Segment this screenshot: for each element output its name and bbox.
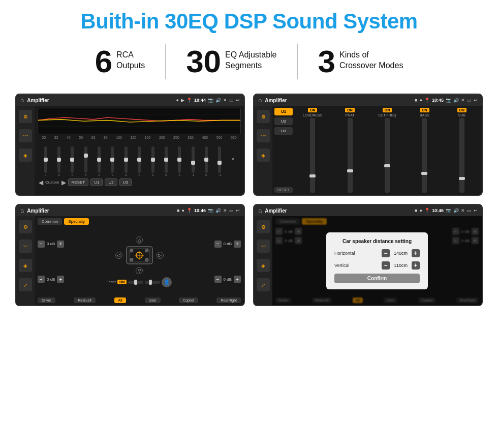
eq-bottom-controls: ◀ Custom ▶ RESET U1 U2 U3	[38, 176, 241, 187]
dot-icon: ●	[176, 98, 179, 103]
dialog-title: Car speaker distance setting	[334, 238, 420, 244]
loudness-label: LOUDNESS	[303, 113, 323, 117]
expand-btn-4[interactable]: ⤢	[257, 278, 270, 291]
u3-preset-btn[interactable]: U3	[274, 127, 293, 135]
u2-btn[interactable]: U2	[105, 178, 117, 186]
db3-minus[interactable]: −	[214, 241, 222, 248]
speaker-btn-4[interactable]: ◈	[257, 259, 270, 272]
horizontal-minus-btn[interactable]: −	[382, 249, 390, 257]
wave-btn-4[interactable]: 〰	[257, 240, 270, 253]
speaker-btn-3[interactable]: ◈	[19, 259, 32, 272]
close-icon: ✕	[223, 98, 227, 103]
loudness-slider[interactable]	[310, 118, 315, 193]
dot-icon-3: ●	[420, 98, 422, 103]
dialog-overlay: Car speaker distance setting Horizontal …	[272, 216, 482, 305]
driver-btn[interactable]: Driver	[38, 297, 55, 303]
stat-crossover-label2: Crossover Modes	[339, 61, 403, 71]
up-arrow[interactable]: △	[136, 236, 143, 244]
vertical-minus-btn[interactable]: −	[382, 261, 390, 270]
screen1-status-icons: ● ▶ 📍 10:44 📷 🔊 ✕ ▭ ↩	[176, 98, 240, 103]
specialty-tab[interactable]: Specialty	[64, 218, 88, 225]
screen2-time: 10:45	[432, 98, 444, 103]
db3-plus[interactable]: +	[234, 241, 241, 248]
loudness-on[interactable]: ON	[308, 108, 318, 112]
dot-icon-4: ■	[177, 208, 179, 213]
filter-btn-4[interactable]: ⚙	[257, 220, 270, 233]
db4-plus[interactable]: +	[234, 276, 241, 283]
cutfreq-col: ON CUT FREQ	[369, 108, 405, 193]
fader-on-badge[interactable]: ON	[117, 280, 127, 284]
screen1-title: Amplifier	[27, 98, 173, 103]
home-icon-2[interactable]: ⌂	[258, 97, 262, 104]
eq-slider-1: 0	[44, 146, 47, 176]
dot-icon-6: ■	[415, 208, 417, 213]
stat-rca-number: 6	[95, 46, 112, 77]
bass-on[interactable]: ON	[420, 108, 429, 112]
wave-btn-3[interactable]: 〰	[19, 240, 32, 253]
home-icon-4[interactable]: ⌂	[258, 207, 262, 214]
db4-minus[interactable]: −	[214, 276, 222, 283]
close-icon-4: ✕	[461, 208, 465, 213]
screen4-main-area: Common Specialty − 0 dB + − 0 dB + −	[272, 216, 482, 305]
amp2-main-area: U1 U2 U3 RESET ON LOUDNESS	[272, 106, 482, 195]
horizontal-plus-btn[interactable]: +	[412, 249, 420, 257]
db1-plus[interactable]: +	[57, 241, 64, 248]
rearright-btn[interactable]: RearRight	[216, 297, 241, 303]
filter-btn-2[interactable]: ⚙	[257, 110, 270, 123]
eq-speaker-btn[interactable]: ◈	[19, 148, 32, 162]
reset-btn[interactable]: RESET	[68, 178, 89, 186]
db2-minus[interactable]: −	[38, 276, 45, 283]
all-btn[interactable]: All	[114, 297, 127, 303]
screen3-status-icons: ■ ● 📍 10:46 📷 🔊 ✕ ▭ ↩	[177, 208, 240, 213]
vertical-plus-btn[interactable]: +	[412, 261, 420, 270]
fader-main-area: Common Specialty − 0 dB + − 0 dB	[35, 216, 244, 305]
screen-amp2: ⌂ Amplifier ■ ● 📍 10:45 📷 🔊 ✕ ▭ ↩ ⚙ 〰 ◈	[253, 94, 483, 196]
minimize-icon-3: ▭	[229, 208, 234, 213]
svg-point-11	[130, 258, 133, 261]
expand-btn-3[interactable]: ⤢	[19, 278, 32, 291]
location-icon-4: 📍	[424, 208, 430, 213]
prev-btn[interactable]: ◀	[39, 179, 43, 186]
eq-wave-btn[interactable]: 〰	[19, 129, 32, 142]
common-tab[interactable]: Common	[38, 218, 62, 225]
phat-on[interactable]: ON	[345, 108, 355, 112]
screen2-title: Amplifier	[265, 98, 412, 103]
sub-slider[interactable]	[459, 118, 464, 193]
user-btn[interactable]: User	[145, 297, 161, 303]
right-arrow[interactable]: ▷	[157, 252, 164, 259]
u1-preset-btn[interactable]: U1	[274, 108, 293, 115]
amp2-reset-btn[interactable]: RESET	[274, 187, 293, 193]
next-btn[interactable]: ▶	[61, 179, 66, 186]
eq-freq-labels: 25 32 40 50 63 80 100 125 160 200 250 32…	[38, 136, 241, 139]
sub-on[interactable]: ON	[457, 108, 467, 112]
u1-btn[interactable]: U1	[90, 178, 103, 186]
confirm-button[interactable]: Confirm	[334, 274, 420, 283]
home-icon[interactable]: ⌂	[20, 97, 24, 104]
rearleft-btn[interactable]: RearLeft	[74, 297, 96, 303]
screen3-title: Amplifier	[27, 208, 174, 214]
bass-slider[interactable]	[422, 118, 427, 193]
loudness-col: ON LOUDNESS	[295, 108, 330, 193]
filter-btn-3[interactable]: ⚙	[19, 220, 32, 233]
copilot-btn[interactable]: Copilot	[179, 297, 198, 303]
cutfreq-slider[interactable]	[385, 118, 390, 193]
left-arrow[interactable]: ◁	[115, 252, 122, 259]
u3-btn[interactable]: U3	[119, 178, 132, 186]
eq-filter-btn[interactable]: ⚙	[19, 110, 32, 123]
phat-slider[interactable]	[348, 118, 353, 193]
fader-slider-h	[128, 281, 160, 284]
screen1-sidebar: ⚙ 〰 ◈	[16, 106, 35, 195]
screen-fader: ⌂ Amplifier ■ ● 📍 10:46 📷 🔊 ✕ ▭ ↩ ⚙ 〰 ◈ …	[15, 204, 245, 306]
home-icon-3[interactable]: ⌂	[20, 207, 24, 214]
db2-plus[interactable]: +	[57, 276, 64, 283]
u2-preset-btn[interactable]: U2	[274, 117, 293, 125]
down-arrow[interactable]: ▽	[136, 267, 143, 274]
stat-rca-label2: Outputs	[116, 61, 145, 71]
wave-btn-2[interactable]: 〰	[257, 129, 270, 142]
cutfreq-on[interactable]: ON	[383, 108, 392, 112]
db1-minus[interactable]: −	[38, 241, 45, 248]
screen1-content: ⚙ 〰 ◈	[16, 106, 244, 195]
speaker-btn-2[interactable]: ◈	[257, 148, 270, 162]
screen4-content: ⚙ 〰 ◈ ⤢ Common Specialty − 0 dB +	[254, 216, 482, 305]
screen3-sidebar: ⚙ 〰 ◈ ⤢	[16, 216, 35, 305]
